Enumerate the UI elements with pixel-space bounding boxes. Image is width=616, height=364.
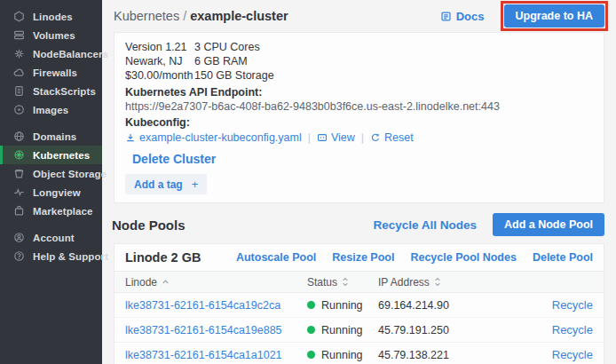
spec-version: Version 1.21 bbox=[125, 41, 194, 53]
sidebar-item-firewalls[interactable]: Firewalls bbox=[0, 63, 102, 82]
view-label: View bbox=[331, 131, 355, 144]
sidebar-item-linodes[interactable]: Linodes bbox=[0, 7, 102, 26]
kubeconfig-row: example-cluster-kubeconfig.yaml | View |… bbox=[125, 131, 593, 144]
marketplace-icon bbox=[13, 205, 26, 218]
view-icon bbox=[317, 132, 328, 143]
table-row: lke38731-62161-6154ca19c2ca Running 69.1… bbox=[115, 293, 604, 318]
sidebar-item-label: Images bbox=[33, 105, 68, 115]
api-endpoint-label: Kubernetes API Endpoint: bbox=[125, 86, 593, 99]
sidebar-item-help-support[interactable]: Help & Support bbox=[0, 247, 102, 265]
spec-row: Version 1.21 3 CPU Cores bbox=[125, 40, 593, 54]
spec-row: Newark, NJ 6 GB RAM bbox=[125, 54, 593, 68]
recycle-pool-nodes-link[interactable]: Recycle Pool Nodes bbox=[410, 251, 517, 264]
resize-pool-link[interactable]: Resize Pool bbox=[332, 251, 394, 264]
sidebar-item-label: Marketplace bbox=[33, 206, 93, 217]
kubeconfig-file-label: example-cluster-kubeconfig.yaml bbox=[139, 131, 302, 144]
recycle-node-link[interactable]: Recycle bbox=[552, 298, 593, 312]
sidebar: Linodes Volumes NodeBalancers Firewalls … bbox=[0, 0, 102, 364]
add-tag-label: Add a tag bbox=[134, 178, 183, 191]
pool-name: Linode 2 GB bbox=[125, 250, 201, 265]
sidebar-item-longview[interactable]: Longview bbox=[0, 183, 102, 202]
pool-card-header: Linode 2 GB Autoscale Pool Resize Pool R… bbox=[115, 244, 604, 271]
status-badge: Running bbox=[321, 299, 363, 312]
table-row: lke38731-62161-6154ca1a1021 Running 45.7… bbox=[115, 343, 604, 364]
node-link[interactable]: lke38731-62161-6154ca19c2ca bbox=[125, 299, 280, 312]
main-content: Kubernetes/example-cluster Docs Upgrade … bbox=[102, 0, 616, 364]
column-header-ip[interactable]: IP Address bbox=[378, 276, 501, 289]
sidebar-item-account[interactable]: Account bbox=[0, 228, 102, 247]
recycle-all-nodes-link[interactable]: Recycle All Nodes bbox=[373, 218, 477, 232]
sidebar-item-domains[interactable]: Domains bbox=[0, 127, 102, 146]
sidebar-item-object-storage[interactable]: Object Storage bbox=[0, 164, 102, 183]
sidebar-item-label: Kubernetes bbox=[33, 150, 90, 161]
api-endpoint-value: https://9e2a7307-b6ac-408f-ba62-9483b0b3… bbox=[125, 100, 593, 113]
ip-address: 45.79.191.250 bbox=[378, 324, 449, 336]
ip-address: 69.164.214.90 bbox=[378, 299, 449, 312]
upgrade-to-ha-button[interactable]: Upgrade to HA bbox=[504, 4, 605, 28]
recycle-node-link[interactable]: Recycle bbox=[552, 323, 593, 336]
docs-link[interactable]: Docs bbox=[440, 10, 485, 23]
kubeconfig-label: Kubeconfig: bbox=[125, 116, 593, 129]
kubeconfig-reset-link[interactable]: Reset bbox=[370, 131, 414, 144]
column-label: IP Address bbox=[378, 276, 430, 289]
firewalls-icon bbox=[13, 67, 26, 79]
add-tag-button[interactable]: Add a tag + bbox=[125, 174, 207, 194]
sort-both-icon bbox=[434, 277, 441, 287]
app-window: Linodes Volumes NodeBalancers Firewalls … bbox=[0, 0, 616, 364]
autoscale-pool-link[interactable]: Autoscale Pool bbox=[236, 251, 316, 264]
sort-both-icon bbox=[342, 277, 349, 287]
status-dot bbox=[307, 301, 315, 309]
sidebar-item-label: StackScripts bbox=[33, 86, 96, 97]
node-link[interactable]: lke38731-62161-6154ca19e885 bbox=[125, 324, 282, 336]
spec-storage: 150 GB Storage bbox=[194, 69, 274, 82]
docs-icon bbox=[440, 11, 452, 22]
stackscripts-icon bbox=[13, 85, 26, 98]
node-pools-header: Node Pools Recycle All Nodes Add a Node … bbox=[114, 213, 604, 236]
sidebar-group-divider bbox=[0, 119, 102, 127]
separator: | bbox=[308, 131, 311, 144]
sidebar-item-label: Object Storage bbox=[33, 169, 107, 179]
spec-price: $30.00/month bbox=[125, 69, 194, 82]
linodes-icon bbox=[13, 11, 26, 23]
sidebar-item-images[interactable]: Images bbox=[0, 100, 102, 119]
column-header-status[interactable]: Status bbox=[307, 276, 367, 289]
sidebar-item-nodebalancers[interactable]: NodeBalancers bbox=[0, 44, 102, 63]
docs-label: Docs bbox=[456, 10, 485, 23]
nodebalancers-icon bbox=[13, 48, 26, 60]
spec-row: $30.00/month 150 GB Storage bbox=[125, 68, 593, 83]
separator: | bbox=[361, 131, 364, 144]
sidebar-item-label: Domains bbox=[33, 131, 76, 142]
sidebar-item-volumes[interactable]: Volumes bbox=[0, 26, 102, 44]
sidebar-item-stackscripts[interactable]: StackScripts bbox=[0, 82, 102, 100]
kubeconfig-view-link[interactable]: View bbox=[317, 131, 355, 144]
table-header-row: Linode Status IP Address bbox=[115, 272, 604, 293]
breadcrumb-section[interactable]: Kubernetes bbox=[114, 9, 179, 23]
sidebar-item-kubernetes[interactable]: Kubernetes bbox=[0, 146, 102, 164]
kubernetes-icon bbox=[13, 149, 26, 162]
add-node-pool-button[interactable]: Add a Node Pool bbox=[493, 213, 604, 236]
recycle-node-link[interactable]: Recycle bbox=[552, 348, 593, 361]
sidebar-item-marketplace[interactable]: Marketplace bbox=[0, 202, 102, 220]
spec-region: Newark, NJ bbox=[125, 55, 194, 67]
longview-icon bbox=[13, 186, 26, 199]
sidebar-item-label: Account bbox=[33, 233, 75, 243]
sort-asc-icon bbox=[162, 278, 170, 286]
delete-pool-link[interactable]: Delete Pool bbox=[533, 251, 593, 264]
sidebar-item-label: Longview bbox=[33, 187, 81, 198]
column-label: Status bbox=[307, 276, 337, 289]
kubeconfig-download-link[interactable]: example-cluster-kubeconfig.yaml bbox=[125, 131, 302, 144]
help-icon bbox=[13, 250, 26, 263]
top-bar: Kubernetes/example-cluster Docs Upgrade … bbox=[114, 0, 604, 32]
reset-label: Reset bbox=[384, 131, 414, 144]
sidebar-item-label: Linodes bbox=[33, 12, 73, 22]
column-header-linode[interactable]: Linode bbox=[125, 276, 296, 289]
column-label: Linode bbox=[125, 276, 157, 289]
spec-ram: 6 GB RAM bbox=[194, 55, 248, 67]
ip-address: 45.79.138.221 bbox=[378, 349, 449, 361]
top-actions: Docs Upgrade to HA bbox=[440, 4, 604, 28]
sidebar-item-label: Volumes bbox=[33, 30, 75, 41]
plus-icon: + bbox=[192, 178, 199, 191]
delete-cluster-button[interactable]: Delete Cluster bbox=[132, 152, 216, 166]
sidebar-item-label: Firewalls bbox=[33, 67, 77, 78]
node-link[interactable]: lke38731-62161-6154ca1a1021 bbox=[125, 349, 282, 361]
